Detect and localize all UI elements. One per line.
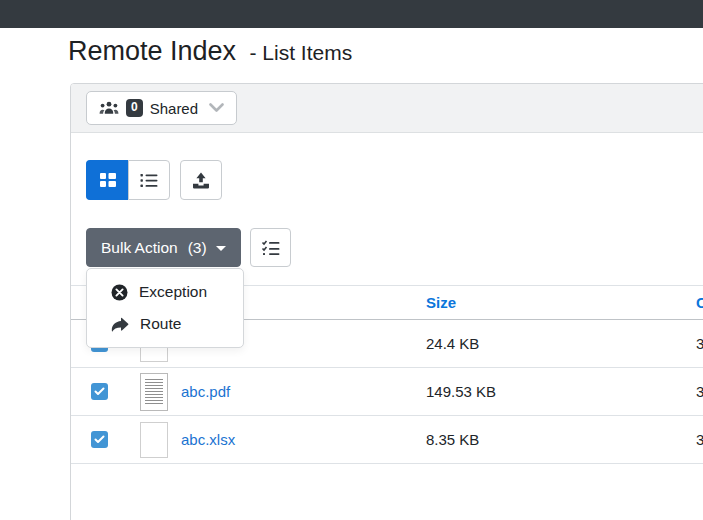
times-circle-icon xyxy=(111,284,128,301)
page-title-subtext: - List Items xyxy=(249,41,352,64)
upload-button[interactable] xyxy=(180,160,222,200)
bulk-action-row: Bulk Action (3) xyxy=(86,228,703,267)
file-created: 3 xyxy=(696,416,703,464)
card-body: Bulk Action (3) xyxy=(71,160,703,464)
file-thumbnail xyxy=(140,422,168,458)
grid-icon xyxy=(99,172,117,188)
bulk-action-count: (3) xyxy=(188,239,207,257)
shared-label: Shared xyxy=(150,100,198,117)
bulk-action-label: Bulk Action xyxy=(101,239,178,257)
pdf-preview-thumbnail xyxy=(140,373,168,411)
file-link[interactable]: abc.xlsx xyxy=(181,431,235,448)
chevron-down-icon xyxy=(209,103,224,113)
list-view-button[interactable] xyxy=(128,160,170,200)
shared-dropdown-button[interactable]: 0 Shared xyxy=(86,91,237,125)
file-size: 8.35 KB xyxy=(426,416,696,464)
upload-icon xyxy=(192,172,210,189)
header-size-col[interactable]: Size xyxy=(426,286,696,320)
file-created: 3 xyxy=(696,320,703,368)
select-all-toggle-button[interactable] xyxy=(250,228,291,267)
menu-item-route[interactable]: Route xyxy=(87,308,243,340)
file-size: 24.4 KB xyxy=(426,320,696,368)
content-card: 0 Shared xyxy=(70,83,703,520)
view-toolbar xyxy=(86,160,703,200)
row-checkbox[interactable] xyxy=(91,431,108,448)
users-icon xyxy=(99,101,119,116)
bulk-action-menu: Exception Route xyxy=(86,268,244,348)
view-toggle-group xyxy=(86,160,170,200)
menu-item-label: Route xyxy=(140,315,181,333)
file-created: 3 xyxy=(696,368,703,416)
table-row: abc.xlsx 8.35 KB 3 xyxy=(71,416,703,464)
grid-view-button[interactable] xyxy=(86,160,128,200)
menu-item-exception[interactable]: Exception xyxy=(87,276,243,308)
list-check-icon xyxy=(261,240,280,256)
file-size: 149.53 KB xyxy=(426,368,696,416)
top-navbar xyxy=(0,0,703,28)
file-link[interactable]: abc.pdf xyxy=(181,383,230,400)
header-created-col[interactable]: Created xyxy=(696,286,703,320)
bulk-action-button[interactable]: Bulk Action (3) xyxy=(86,228,241,267)
caret-down-icon xyxy=(216,246,226,251)
page-title-main: Remote Index xyxy=(68,36,236,66)
card-header: 0 Shared xyxy=(71,84,703,133)
table-row: abc.pdf 149.53 KB 3 xyxy=(71,368,703,416)
menu-item-label: Exception xyxy=(139,283,207,301)
shared-count-badge: 0 xyxy=(126,99,143,116)
page-title: Remote Index - List Items xyxy=(68,36,352,67)
row-checkbox[interactable] xyxy=(91,383,108,400)
list-icon xyxy=(140,173,158,188)
share-arrow-icon xyxy=(111,317,129,332)
